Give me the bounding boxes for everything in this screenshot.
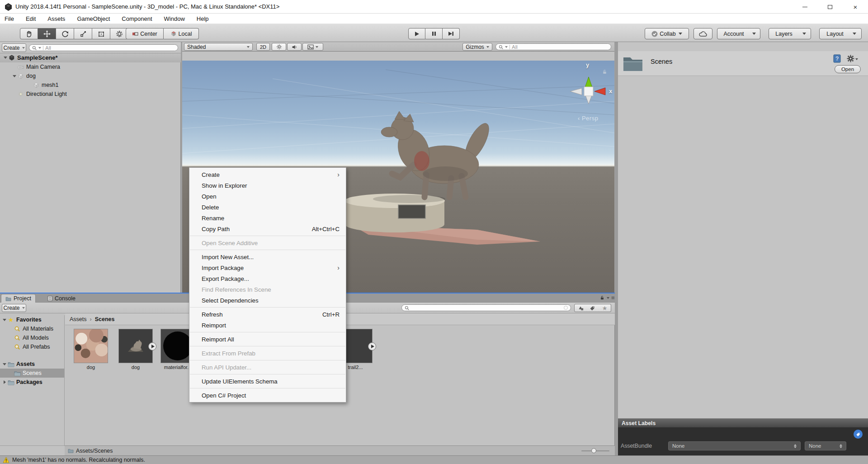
- pivot-toggle-button[interactable]: Center: [126, 28, 164, 39]
- context-menu-item-select-dependencies[interactable]: Select Dependencies: [189, 295, 346, 306]
- scene-effects-button[interactable]: [302, 43, 323, 51]
- asset-preview-texture: [74, 329, 108, 363]
- shading-mode-dropdown[interactable]: Shaded: [184, 43, 253, 51]
- project-tree-item-packages[interactable]: Packages: [0, 378, 64, 387]
- thumbnail-size-slider-knob[interactable]: [591, 448, 596, 453]
- gear-icon[interactable]: [847, 55, 854, 62]
- context-menu-item-reimport-all[interactable]: Reimport All: [189, 334, 346, 345]
- menu-window[interactable]: Window: [164, 15, 185, 22]
- close-button[interactable]: ×: [843, 0, 868, 14]
- asset-labels-title: Asset Labels: [622, 420, 656, 426]
- context-menu-item-rename[interactable]: Rename: [189, 213, 346, 223]
- context-menu-item-import-package[interactable]: Import Package›: [189, 262, 346, 273]
- scene-search-input[interactable]: All: [495, 43, 611, 50]
- asset-thumbnail-dog[interactable]: dog: [118, 329, 153, 370]
- context-menu-item-export-package-[interactable]: Export Package...: [189, 273, 346, 284]
- project-tree-label: All Models: [23, 335, 49, 341]
- scene-lighting-button[interactable]: [272, 43, 286, 51]
- dog-statue-model[interactable]: [341, 106, 554, 257]
- rotate-tool-button[interactable]: [56, 28, 74, 39]
- collab-button[interactable]: Collab: [645, 28, 689, 39]
- context-menu-item-open-c-project[interactable]: Open C# Project: [189, 390, 346, 401]
- minimize-button[interactable]: [792, 0, 817, 14]
- orientation-toggle-button[interactable]: Local: [164, 28, 199, 39]
- rect-tool-icon: [98, 30, 105, 38]
- foldout-arrow-icon[interactable]: [13, 75, 16, 77]
- tab-project[interactable]: Project: [1, 294, 36, 303]
- foldout-arrow-icon[interactable]: [3, 363, 6, 365]
- step-button[interactable]: [443, 28, 460, 39]
- gizmo-lock-icon[interactable]: [602, 69, 608, 75]
- asset-labels-header[interactable]: Asset Labels: [618, 418, 868, 427]
- panel-divider[interactable]: [615, 42, 618, 464]
- light-icon: [17, 90, 24, 98]
- assetbundle-dropdown[interactable]: None: [668, 441, 801, 450]
- account-label: Account: [723, 31, 744, 37]
- scene-audio-button[interactable]: [287, 43, 302, 51]
- context-menu-item-import-new-asset-[interactable]: Import New Asset...: [189, 251, 346, 262]
- foldout-arrow-icon[interactable]: [4, 380, 6, 384]
- play-button[interactable]: [408, 28, 425, 39]
- project-folder-tree: ★FavoritesAll MaterialsAll ModelsAll Pre…: [0, 315, 65, 445]
- status-bar[interactable]: Mesh 'mesh1' has no normals. Recalculati…: [0, 455, 868, 464]
- context-menu-item-copy-path[interactable]: Copy PathAlt+Ctrl+C: [189, 223, 346, 234]
- context-menu-item-show-in-explorer[interactable]: Show in Explorer: [189, 180, 346, 191]
- rect-tool-button[interactable]: [92, 28, 110, 39]
- divider: [43, 46, 43, 50]
- project-create-button[interactable]: Create: [2, 304, 26, 312]
- hierarchy-row-directional-light[interactable]: Directional Light: [0, 90, 181, 99]
- gizmo-x-label: x: [609, 88, 612, 95]
- assetbundle-variant-dropdown[interactable]: None: [805, 441, 846, 450]
- menu-assets[interactable]: Assets: [47, 15, 65, 22]
- move-tool-button[interactable]: [38, 28, 56, 39]
- account-button[interactable]: Account: [717, 28, 760, 39]
- hierarchy-item-label: mesh1: [42, 82, 59, 88]
- open-button[interactable]: Open: [835, 65, 861, 73]
- layers-button[interactable]: Layers: [769, 28, 811, 39]
- menu-component[interactable]: Component: [122, 15, 152, 22]
- project-tree-label: Scenes: [23, 370, 42, 376]
- hierarchy-row-samplescene-[interactable]: SampleScene*: [0, 53, 181, 62]
- foldout-arrow-icon[interactable]: [3, 319, 6, 321]
- hierarchy-row-dog[interactable]: dog: [0, 71, 181, 80]
- project-tree-item-scenes[interactable]: Scenes: [0, 369, 64, 378]
- context-menu-item-reimport[interactable]: Reimport: [189, 320, 346, 331]
- expand-subassets-button[interactable]: [368, 342, 376, 350]
- project-tree-item-assets[interactable]: Assets: [0, 360, 64, 369]
- menu-edit[interactable]: Edit: [26, 15, 36, 22]
- project-tree-item-all-materials[interactable]: All Materials: [0, 324, 64, 333]
- menu-gameobject[interactable]: GameObject: [77, 15, 110, 22]
- label-tag-button[interactable]: [854, 430, 863, 439]
- hierarchy-row-mesh1[interactable]: mesh1: [0, 80, 181, 90]
- gizmos-dropdown[interactable]: Gizmos: [462, 43, 492, 51]
- context-menu-item-open[interactable]: Open: [189, 191, 346, 202]
- hierarchy-row-main-camera[interactable]: Main Camera: [0, 62, 181, 71]
- menu-file[interactable]: File: [5, 15, 14, 22]
- assetbundle-label: AssetBundle: [621, 443, 652, 449]
- pause-button[interactable]: [425, 28, 443, 39]
- hierarchy-create-button[interactable]: Create: [2, 43, 26, 52]
- hierarchy-search-input[interactable]: All: [29, 44, 178, 51]
- projection-mode-label[interactable]: ‹ Persp: [578, 115, 598, 122]
- toggle-2d-button[interactable]: 2D: [256, 43, 270, 51]
- menu-help[interactable]: Help: [197, 15, 209, 22]
- maximize-button[interactable]: [817, 0, 843, 14]
- context-menu-item-delete[interactable]: Delete: [189, 202, 346, 213]
- project-tree-item-all-models[interactable]: All Models: [0, 333, 64, 342]
- hand-tool-button[interactable]: [20, 28, 38, 39]
- expand-subassets-button[interactable]: [148, 342, 156, 350]
- orientation-gizmo[interactable]: [564, 69, 613, 114]
- project-tree-item-all-prefabs[interactable]: All Prefabs: [0, 342, 64, 351]
- context-menu-item-update-uielements-schema[interactable]: Update UIElements Schema: [189, 376, 346, 387]
- layout-button[interactable]: Layout: [819, 28, 862, 39]
- context-menu-item-create[interactable]: Create›: [189, 169, 346, 180]
- asset-thumbnail-dog[interactable]: dog: [74, 329, 108, 370]
- help-book-icon[interactable]: ?: [833, 54, 841, 63]
- cloud-button[interactable]: [693, 28, 712, 39]
- context-menu-item-refresh[interactable]: RefreshCtrl+R: [189, 309, 346, 320]
- scale-tool-button[interactable]: [74, 28, 92, 39]
- foldout-arrow-icon[interactable]: [4, 57, 7, 59]
- project-tree-item-favorites[interactable]: ★Favorites: [0, 315, 64, 324]
- menu-item-label: Reimport: [202, 322, 226, 329]
- project-tree-label: All Materials: [23, 326, 53, 332]
